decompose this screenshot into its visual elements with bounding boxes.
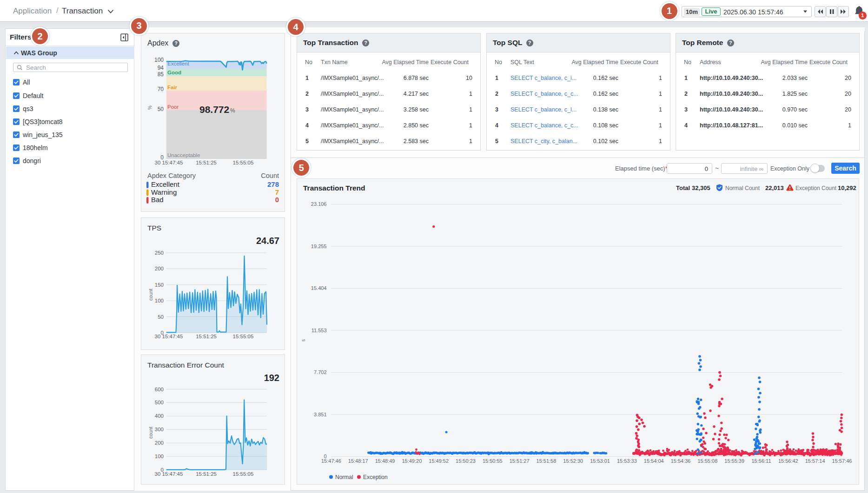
svg-text:7: 7 [275, 188, 279, 196]
svg-text:278: 278 [267, 180, 279, 188]
svg-text:85: 85 [158, 71, 164, 78]
svg-text:15:57:14: 15:57:14 [805, 458, 825, 464]
svg-text:100: 100 [154, 57, 164, 63]
svg-text:%: % [230, 107, 235, 114]
svg-text:Good: Good [167, 70, 181, 75]
svg-text:15:55:05: 15:55:05 [233, 471, 254, 477]
svg-text:15:54:04: 15:54:04 [644, 458, 664, 464]
svg-text:300: 300 [155, 427, 164, 432]
svg-text:15:48:17: 15:48:17 [348, 458, 368, 464]
svg-text:70: 70 [158, 86, 164, 92]
svg-text:Warning: Warning [151, 188, 177, 196]
svg-text:100: 100 [155, 298, 164, 303]
svg-text:94: 94 [158, 65, 164, 71]
svg-text:15:47:46: 15:47:46 [321, 458, 341, 464]
svg-text:Excellent: Excellent [151, 180, 180, 188]
svg-text:15:48:49: 15:48:49 [375, 458, 395, 464]
svg-text:Fair: Fair [167, 85, 178, 90]
svg-text:Bad: Bad [151, 196, 164, 204]
svg-text:15:50:23: 15:50:23 [456, 458, 476, 464]
svg-text:500: 500 [155, 400, 164, 405]
svg-text:0: 0 [275, 196, 279, 204]
svg-text:15:56:11: 15:56:11 [752, 458, 771, 464]
svg-text:Count: Count [261, 172, 279, 179]
svg-text:23.106: 23.106 [311, 201, 327, 207]
svg-text:30 15:47:45: 30 15:47:45 [155, 471, 183, 477]
svg-text:15:51:25: 15:51:25 [196, 160, 217, 165]
svg-text:%: % [147, 105, 152, 110]
svg-text:count: count [148, 427, 153, 439]
svg-text:50: 50 [158, 106, 164, 112]
svg-text:Exception: Exception [363, 474, 388, 480]
svg-text:15:55:39: 15:55:39 [724, 458, 744, 464]
svg-text:15.404: 15.404 [311, 285, 327, 291]
svg-text:19.255: 19.255 [311, 243, 327, 249]
svg-text:15:51:58: 15:51:58 [537, 458, 557, 464]
svg-text:200: 200 [155, 440, 164, 446]
svg-text:3.851: 3.851 [314, 412, 327, 417]
svg-text:Apdex Category: Apdex Category [147, 172, 196, 179]
svg-text:15:56:42: 15:56:42 [778, 458, 798, 464]
svg-text:100: 100 [155, 454, 164, 459]
svg-text:15:49:20: 15:49:20 [402, 458, 422, 464]
svg-text:15:55:05: 15:55:05 [233, 160, 254, 165]
svg-text:15:53:01: 15:53:01 [590, 458, 610, 464]
svg-text:98.772: 98.772 [199, 104, 229, 115]
svg-text:15:51:25: 15:51:25 [196, 334, 217, 339]
svg-text:7.702: 7.702 [314, 369, 327, 375]
svg-text:15:55:05: 15:55:05 [233, 334, 254, 339]
svg-text:15:52:30: 15:52:30 [563, 458, 583, 464]
svg-text:15:57:46: 15:57:46 [832, 458, 852, 464]
svg-text:15:51:25: 15:51:25 [196, 471, 217, 477]
svg-text:15:53:33: 15:53:33 [617, 458, 637, 464]
svg-text:50: 50 [158, 314, 164, 320]
svg-text:400: 400 [155, 413, 164, 419]
svg-text:15:50:55: 15:50:55 [483, 458, 503, 464]
svg-text:200: 200 [155, 266, 164, 271]
svg-text:Unacceptable: Unacceptable [167, 152, 200, 158]
svg-text:11.553: 11.553 [311, 328, 327, 333]
svg-text:Excellent: Excellent [167, 61, 189, 66]
svg-text:600: 600 [155, 387, 164, 392]
svg-text:15:49:52: 15:49:52 [429, 458, 449, 464]
svg-text:Normal: Normal [335, 474, 353, 480]
svg-text:150: 150 [155, 282, 164, 288]
svg-text:Poor: Poor [167, 104, 179, 110]
svg-text:15:51:27: 15:51:27 [510, 458, 530, 464]
svg-text:count: count [148, 289, 153, 301]
svg-text:250: 250 [155, 250, 164, 256]
svg-text:30 15:47:45: 30 15:47:45 [155, 160, 183, 165]
svg-text:30 15:47:45: 30 15:47:45 [155, 334, 183, 339]
svg-text:s: s [301, 339, 306, 342]
svg-text:15:54:36: 15:54:36 [671, 458, 691, 464]
svg-text:15:55:08: 15:55:08 [697, 458, 717, 464]
